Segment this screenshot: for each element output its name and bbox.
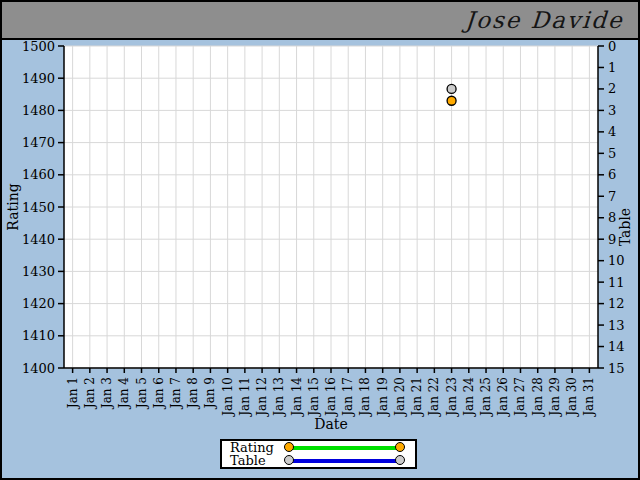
svg-text:Jan 29: Jan 29 [548, 377, 562, 418]
bottom-axis-dates: Jan 1Jan 2Jan 3Jan 4Jan 5Jan 6Jan 7Jan 8… [66, 368, 597, 418]
svg-text:Jan 1: Jan 1 [66, 377, 80, 410]
svg-text:8: 8 [608, 210, 616, 225]
svg-text:Jan 9: Jan 9 [203, 377, 217, 410]
right-axis-table: 0123456789101112131415 [598, 40, 625, 376]
svg-text:Jan 2: Jan 2 [83, 377, 97, 410]
svg-text:Jan 17: Jan 17 [341, 377, 355, 418]
rating-line-sample [289, 446, 400, 450]
svg-text:Jan 19: Jan 19 [376, 377, 390, 418]
svg-text:13: 13 [608, 318, 625, 333]
svg-text:4: 4 [608, 124, 616, 139]
svg-text:Jan 30: Jan 30 [565, 377, 579, 418]
svg-text:Jan 22: Jan 22 [427, 377, 441, 418]
svg-text:Jan 15: Jan 15 [307, 377, 321, 418]
rating-axis-title: Rating [5, 183, 21, 230]
table-axis-title: Table [617, 208, 633, 246]
svg-text:Jan 24: Jan 24 [462, 377, 476, 418]
svg-text:Jan 12: Jan 12 [255, 377, 269, 418]
svg-text:Jan 27: Jan 27 [513, 377, 527, 418]
title-bar: Jose Davide [2, 2, 638, 38]
svg-text:1430: 1430 [22, 264, 55, 279]
svg-text:1470: 1470 [22, 135, 55, 150]
legend-box: Rating Table [220, 439, 417, 469]
rating-marker-icon [395, 442, 405, 452]
svg-text:Jan 11: Jan 11 [238, 377, 252, 418]
legend-swatch-table [284, 454, 405, 467]
rating-table-plot: 1400141014201430144014501460147014801490… [2, 40, 638, 478]
legend-item-table: Table [230, 454, 405, 467]
svg-text:Jan 7: Jan 7 [169, 377, 183, 410]
svg-text:1420: 1420 [22, 296, 55, 311]
svg-text:1450: 1450 [22, 200, 55, 215]
svg-text:Jan 25: Jan 25 [479, 377, 493, 418]
table-line-sample [289, 459, 400, 463]
svg-text:Jan 5: Jan 5 [135, 377, 149, 410]
series-table [447, 84, 456, 93]
svg-text:3: 3 [608, 103, 616, 118]
svg-text:Jan 20: Jan 20 [393, 377, 407, 418]
svg-text:1490: 1490 [22, 71, 55, 86]
svg-text:1480: 1480 [22, 103, 55, 118]
svg-text:14: 14 [608, 339, 625, 354]
svg-text:Jan 16: Jan 16 [324, 377, 338, 418]
svg-text:1460: 1460 [22, 167, 55, 182]
table-marker-icon [395, 455, 405, 465]
svg-text:11: 11 [608, 275, 625, 290]
svg-text:5: 5 [608, 146, 616, 161]
svg-text:Jan 6: Jan 6 [152, 377, 166, 410]
series-rating [447, 96, 456, 105]
svg-text:Jan 21: Jan 21 [410, 377, 424, 418]
svg-text:2: 2 [608, 81, 616, 96]
svg-text:6: 6 [608, 167, 616, 182]
svg-text:Jan 23: Jan 23 [445, 377, 459, 418]
rating-marker-icon [284, 442, 294, 452]
player-name-title: Jose Davide [464, 7, 638, 33]
svg-text:0: 0 [608, 40, 616, 54]
svg-text:Jan 31: Jan 31 [582, 377, 596, 418]
svg-text:15: 15 [608, 361, 625, 376]
svg-text:9: 9 [608, 232, 616, 247]
left-axis-rating: 1400141014201430144014501460147014801490… [22, 40, 64, 376]
svg-text:1400: 1400 [22, 361, 55, 376]
svg-text:Jan 28: Jan 28 [531, 377, 545, 418]
svg-text:Jan 14: Jan 14 [290, 377, 304, 418]
svg-text:Jan 13: Jan 13 [272, 377, 286, 418]
rating-chart: 1400141014201430144014501460147014801490… [2, 40, 638, 478]
svg-text:1500: 1500 [22, 40, 55, 54]
svg-text:1410: 1410 [22, 328, 55, 343]
legend-swatch-rating [284, 441, 405, 454]
svg-text:10: 10 [608, 253, 625, 268]
table-marker-icon [284, 455, 294, 465]
svg-text:Jan 18: Jan 18 [358, 377, 372, 418]
date-axis-title: Date [314, 416, 347, 432]
svg-text:Jan 4: Jan 4 [117, 377, 131, 411]
svg-text:Jan 8: Jan 8 [186, 377, 200, 410]
svg-text:12: 12 [608, 296, 625, 311]
svg-text:7: 7 [608, 189, 616, 204]
svg-text:1: 1 [608, 60, 616, 75]
svg-text:Jan 10: Jan 10 [221, 377, 235, 418]
svg-text:Jan 26: Jan 26 [496, 377, 510, 418]
svg-text:Jan 3: Jan 3 [100, 377, 114, 410]
svg-text:1440: 1440 [22, 232, 55, 247]
legend-label-table: Table [230, 454, 284, 467]
